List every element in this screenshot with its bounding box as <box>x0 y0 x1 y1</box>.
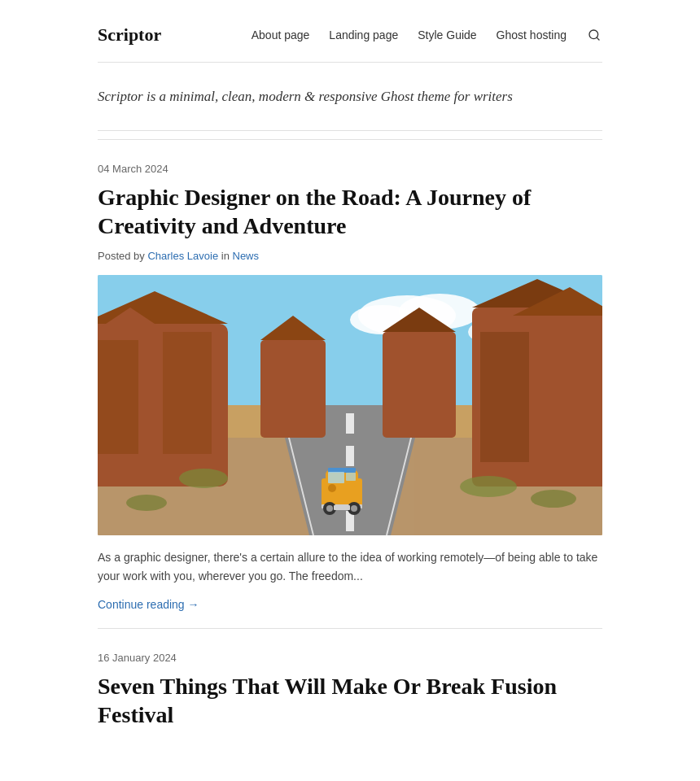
article-date-2: 16 January 2024 <box>98 652 602 664</box>
svg-line-1 <box>597 37 599 40</box>
svg-point-39 <box>328 484 336 492</box>
article-image <box>98 275 602 535</box>
main-nav: About page Landing page Style Guide Ghos… <box>252 27 602 43</box>
svg-rect-37 <box>328 472 344 483</box>
article-title: Graphic Designer on the Road: A Journey … <box>98 183 602 240</box>
svg-point-30 <box>179 469 228 488</box>
article-item-2: 16 January 2024 Seven Things That Will M… <box>98 628 602 755</box>
article-list: 04 March 2024 Graphic Designer on the Ro… <box>98 131 602 755</box>
nav-link-ghost[interactable]: Ghost hosting <box>497 28 567 41</box>
search-button[interactable] <box>586 27 602 43</box>
svg-rect-20 <box>98 340 138 454</box>
svg-rect-45 <box>334 505 350 510</box>
nav-link-about[interactable]: About page <box>252 28 310 41</box>
site-tagline: Scriptor is a minimal, clean, modern & r… <box>98 63 602 130</box>
svg-rect-38 <box>346 473 356 481</box>
article-category-link[interactable]: News <box>233 250 260 262</box>
search-icon <box>588 28 601 41</box>
site-logo[interactable]: Scriptor <box>98 24 161 46</box>
article-meta: Posted by Charles Lavoie in News <box>98 250 602 262</box>
svg-point-32 <box>126 495 167 511</box>
article-item: 04 March 2024 Graphic Designer on the Ro… <box>98 139 602 628</box>
article-title-2: Seven Things That Will Make Or Break Fus… <box>98 672 602 729</box>
svg-point-44 <box>351 505 357 512</box>
article-excerpt: As a graphic designer, there's a certain… <box>98 548 602 586</box>
svg-point-42 <box>326 505 333 512</box>
continue-reading-link[interactable]: Continue reading → <box>98 598 199 611</box>
site-header: Scriptor About page Landing page Style G… <box>98 0 602 62</box>
svg-rect-12 <box>346 446 354 466</box>
svg-rect-25 <box>480 332 529 462</box>
svg-point-33 <box>531 490 576 508</box>
article-author-link[interactable]: Charles Lavoie <box>147 250 218 262</box>
svg-rect-21 <box>163 332 212 454</box>
svg-point-31 <box>460 476 517 497</box>
svg-rect-28 <box>383 332 456 438</box>
nav-link-landing[interactable]: Landing page <box>329 28 398 41</box>
nav-link-style[interactable]: Style Guide <box>418 28 476 41</box>
article-date: 04 March 2024 <box>98 163 602 175</box>
svg-rect-11 <box>346 413 354 434</box>
svg-rect-26 <box>260 340 326 438</box>
